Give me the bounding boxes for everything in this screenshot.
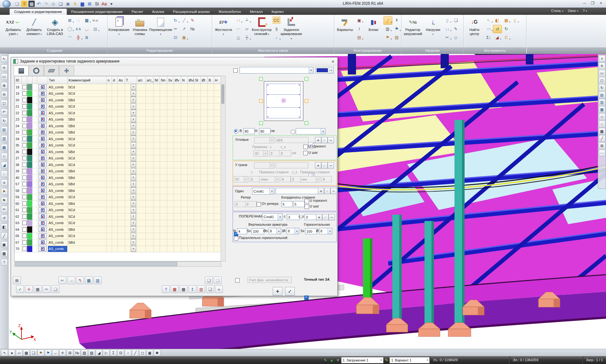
isofields-view-icon[interactable]: ▧: [88, 349, 95, 356]
set-reinforcement-button[interactable]: Заданноеармирование ▾: [281, 16, 301, 41]
corner-cs-field[interactable]: 3: [279, 150, 291, 156]
erase-icon[interactable]: ✎: [188, 16, 197, 24]
refresh-active-icon[interactable]: ↺: [493, 25, 502, 33]
table-row-70[interactable]: 70AS_comb▾: [15, 246, 221, 252]
table-row-33[interactable]: 33AS_combSBd▾: [15, 129, 221, 136]
apply-add-icon[interactable]: ✓: [16, 285, 24, 293]
calculator-icon[interactable]: ⊟: [117, 349, 124, 356]
row-edit-button[interactable]: [39, 136, 47, 141]
row-checkbox[interactable]: [22, 137, 27, 141]
pin-mosaic-icon[interactable]: ▯▾: [511, 16, 519, 24]
flag-1-icon[interactable]: ⚑: [38, 349, 44, 356]
collapse-icon[interactable]: «: [215, 285, 223, 293]
wireframe-icon[interactable]: ◇: [599, 121, 605, 127]
row-t-dropdown[interactable]: ▾: [131, 168, 136, 174]
cut-small-icon[interactable]: ✂: [43, 285, 50, 293]
info-icon[interactable]: ?: [1, 259, 8, 266]
row-color-swatch[interactable]: [27, 246, 33, 252]
sx2-field[interactable]: 100: [305, 228, 317, 234]
numbering-icon[interactable]: №: [188, 25, 197, 33]
menu-?[interactable]: ? ▾: [583, 9, 587, 13]
view-xoz-icon[interactable]: ▥: [1, 135, 8, 142]
row-edit-button[interactable]: [39, 117, 47, 122]
dialog-tab-ring[interactable]: [29, 66, 44, 75]
view-side-icon[interactable]: ▦: [599, 106, 605, 113]
transverse-c-field[interactable]: 3: [287, 214, 300, 220]
table-row-18[interactable]: 18AS_combSCd▾: [15, 84, 221, 91]
row-checkbox[interactable]: [22, 176, 27, 180]
column-header-T[interactable]: T: [125, 76, 137, 84]
table-row-36[interactable]: 36AS_combSBd▾: [15, 149, 221, 155]
parallel-checkbox[interactable]: [234, 236, 238, 241]
undo-icon[interactable]: ↶: [36, 1, 42, 7]
brick-support-icon[interactable]: ▤: [393, 33, 401, 41]
flags-drawing-icon[interactable]: ⚑: [1, 197, 8, 204]
pages-paste-icon[interactable]: ❏: [214, 277, 222, 284]
pan-hand-icon[interactable]: ✛: [1, 64, 8, 71]
dialog-close-button[interactable]: ×: [329, 59, 337, 64]
cylinder-icon[interactable]: ◯▾: [66, 25, 74, 33]
row-t-dropdown[interactable]: ▾: [131, 97, 136, 103]
h-value-field[interactable]: 80: [259, 128, 270, 134]
row-checkbox[interactable]: [22, 156, 27, 160]
row-color-swatch[interactable]: [27, 233, 33, 239]
handle-bottom-left[interactable]: [259, 121, 263, 125]
edge-apply-button[interactable]: ✓: [321, 162, 328, 169]
mosaic-view-icon[interactable]: ▨: [81, 349, 88, 356]
table-row-65[interactable]: 65AS_combSCd▾: [15, 233, 221, 239]
input-table-icon[interactable]: ▦: [23, 349, 30, 356]
crosshair-icon[interactable]: ✛: [25, 285, 33, 293]
row-checkbox[interactable]: [22, 227, 27, 232]
cursor-gray-icon[interactable]: ↖▾: [484, 16, 493, 24]
row-edit-button[interactable]: [39, 169, 47, 174]
phys-nonlin-checkbox[interactable]: [235, 278, 240, 283]
row-checkbox[interactable]: [22, 247, 27, 251]
row-edit-button[interactable]: [39, 149, 47, 154]
row-t-dropdown[interactable]: ▾: [131, 226, 136, 232]
grid-step-icon[interactable]: ⊞: [67, 349, 73, 356]
row-checkbox[interactable]: [22, 188, 27, 193]
reper2-field[interactable]: 0: [245, 201, 257, 207]
b-value-field[interactable]: 80: [243, 128, 255, 134]
row-color-swatch[interactable]: [27, 136, 33, 142]
column-header-1[interactable]: [22, 76, 27, 84]
row-edit-button[interactable]: [39, 110, 47, 116]
size-alt-radio[interactable]: [291, 130, 295, 134]
edge-remove-button[interactable]: −: [328, 162, 334, 169]
view-front-icon[interactable]: ▤: [599, 92, 605, 98]
node-mode-icon[interactable]: ●: [9, 349, 15, 356]
num12-icon[interactable]: 12)▾: [484, 25, 493, 33]
view-yoz-icon[interactable]: ▦: [1, 144, 8, 151]
rotate-3d-icon[interactable]: ↻: [599, 84, 605, 91]
handle-mid-left[interactable]: [259, 99, 263, 103]
row-t-dropdown[interactable]: ▾: [131, 149, 136, 155]
ribbon-tab-6[interactable]: Металл: [246, 9, 267, 15]
row-t-dropdown[interactable]: ▾: [131, 200, 136, 206]
row-checkbox[interactable]: [22, 163, 27, 167]
ribbon-tab-0[interactable]: Создание и редактирование: [9, 9, 67, 15]
work-plane-icon[interactable]: ◻: [139, 349, 146, 356]
column-header-Sv[interactable]: Sv: [167, 76, 174, 84]
row-t-dropdown[interactable]: ▾: [131, 104, 136, 110]
table-row-40[interactable]: 40AS_combSBd▾: [15, 175, 221, 181]
row-edit-button[interactable]: [39, 220, 47, 226]
dialog-tab-add[interactable]: [59, 66, 74, 75]
view-iso-icon[interactable]: ◇: [1, 153, 8, 159]
flag-2-icon[interactable]: ⚑: [45, 349, 51, 356]
row-color-swatch[interactable]: [27, 116, 33, 123]
zoom-window-icon[interactable]: ▭: [1, 73, 8, 80]
table-diamond-icon[interactable]: ◇: [452, 33, 460, 41]
handle-top-left[interactable]: [259, 77, 263, 81]
row-edit-button[interactable]: [39, 91, 47, 96]
corner-c-field[interactable]: 3: [269, 150, 280, 156]
row-checkbox[interactable]: [22, 85, 27, 89]
handle-top-right[interactable]: [305, 77, 308, 81]
single-ustep-checkbox[interactable]: [305, 205, 309, 209]
d-combo[interactable]: 8▾: [319, 228, 332, 234]
row-t-dropdown[interactable]: ▾: [131, 136, 136, 142]
restore-view-icon[interactable]: ↺: [1, 215, 8, 221]
row-checkbox[interactable]: [22, 111, 27, 115]
cube-add-icon[interactable]: ▣▾: [355, 16, 363, 24]
row-color-swatch[interactable]: [27, 97, 33, 104]
exact-type-checkbox[interactable]: [304, 295, 309, 300]
